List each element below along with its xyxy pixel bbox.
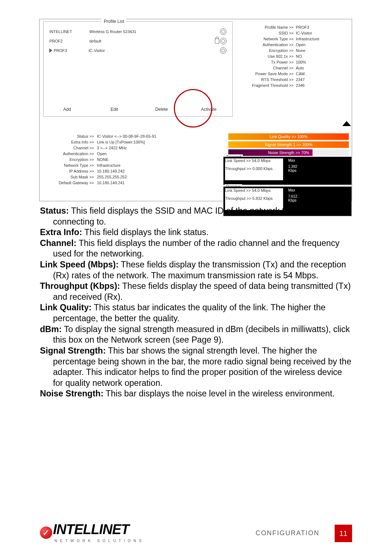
profile-ssid: IC-Visitor <box>89 48 220 53</box>
transmit-box: Link Speed >> 54.0 Mbps Throughput >> 0.… <box>223 157 352 185</box>
status-table: Status >>IC-Visitor <--> 00-08-9F-28-65-… <box>43 133 181 186</box>
profile-list: INTELLINET Wireless G Router 523431 PROF… <box>47 27 229 55</box>
edit-button[interactable]: Edit <box>91 105 138 114</box>
signal-strength-bar: Signal Strength 1 >> 100% <box>228 141 349 148</box>
profile-row[interactable]: PROF2 default <box>47 36 229 46</box>
profile-name: PROF2 <box>49 39 89 43</box>
body-text: Status: This field displays the SSID and… <box>40 206 352 399</box>
profile-name: INTELLINET <box>49 29 89 34</box>
profile-list-title: Profile List <box>102 19 126 24</box>
strength-bars: Link Quality >> 100% Signal Strength 1 >… <box>228 133 349 157</box>
signal-icon <box>220 28 226 35</box>
profile-name: PROF3 <box>54 48 89 53</box>
lock-icon <box>215 39 219 44</box>
collapse-arrow-icon[interactable] <box>342 121 351 126</box>
profile-detail: Profile Name >>PROF3 SSID >>IC-Visitor N… <box>236 24 348 88</box>
selected-arrow-icon <box>49 48 52 53</box>
profile-ssid: default <box>89 39 215 43</box>
brand-logo: ✓INTELLINET NETWORK SOLUTIONS <box>40 522 144 543</box>
section-label: CONFIGURATION <box>256 529 319 537</box>
check-icon: ✓ <box>40 526 52 539</box>
signal-icon <box>220 47 226 54</box>
link-quality-bar: Link Quality >> 100% <box>228 133 349 140</box>
highlight-circle-icon <box>174 89 212 128</box>
add-button[interactable]: Add <box>44 105 91 114</box>
signal-icon <box>220 38 226 44</box>
profile-ssid: Wireless G Router 523431 <box>89 29 220 34</box>
noise-strength-bar: Noise Strength >> 70% <box>228 149 349 156</box>
profile-row[interactable]: INTELLINET Wireless G Router 523431 <box>47 27 229 36</box>
page-number: 11 <box>335 525 352 542</box>
wifi-utility-screenshot: Profile List INTELLINET Wireless G Route… <box>39 19 352 201</box>
profile-row[interactable]: PROF3 IC-Visitor <box>47 46 229 55</box>
page-footer: ✓INTELLINET NETWORK SOLUTIONS CONFIGURAT… <box>0 517 392 553</box>
